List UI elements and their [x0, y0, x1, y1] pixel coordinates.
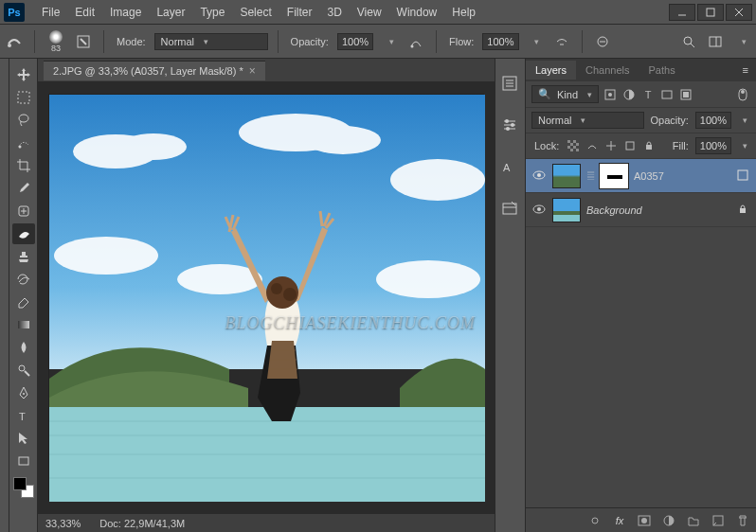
history-panel-icon[interactable] — [500, 74, 521, 95]
quick-selection-tool[interactable] — [12, 133, 35, 153]
filter-toggle-icon[interactable] — [735, 87, 750, 102]
lasso-tool[interactable] — [12, 110, 35, 131]
zoom-level[interactable]: 33,33% — [45, 518, 81, 529]
flow-field[interactable]: 100% — [482, 33, 518, 50]
canvas[interactable]: BLOGCHIASEKIENTHUC.COM — [48, 94, 484, 501]
layer-thumbnail[interactable] — [552, 164, 581, 188]
layer-style-icon[interactable]: fx — [612, 513, 627, 528]
filter-adjustment-icon[interactable] — [621, 87, 637, 102]
filter-type-icon[interactable]: T — [640, 87, 656, 102]
filter-kind-dropdown[interactable]: 🔍Kind — [531, 85, 599, 103]
new-group-icon[interactable] — [686, 513, 701, 528]
tool-preset-icon[interactable] — [4, 31, 25, 52]
pressure-opacity-icon[interactable] — [405, 31, 426, 52]
layer-link-icon[interactable] — [737, 169, 750, 183]
add-mask-icon[interactable] — [637, 513, 652, 528]
svg-text:A: A — [503, 162, 511, 173]
window-minimize-button[interactable] — [669, 4, 695, 21]
search-icon[interactable] — [678, 31, 699, 52]
menu-view[interactable]: View — [350, 6, 389, 19]
fill-dropdown-icon[interactable] — [735, 138, 750, 153]
eyedropper-tool[interactable] — [12, 178, 35, 199]
brush-tool[interactable] — [12, 223, 35, 244]
panel-menu-icon[interactable]: ≡ — [735, 64, 756, 76]
layer-row[interactable]: Background — [526, 193, 756, 227]
menu-3d[interactable]: 3D — [319, 6, 349, 19]
fill-field[interactable]: 100% — [695, 137, 731, 154]
workspace-icon[interactable] — [705, 31, 726, 52]
foreground-color-swatch[interactable] — [13, 477, 27, 490]
opacity-dropdown-icon[interactable] — [379, 31, 400, 52]
filter-smart-icon[interactable] — [678, 87, 693, 102]
menu-file[interactable]: File — [34, 6, 67, 19]
menu-edit[interactable]: Edit — [67, 6, 102, 19]
type-tool[interactable]: T — [12, 405, 35, 426]
layer-opacity-field[interactable]: 100% — [695, 112, 731, 129]
color-swatch[interactable] — [13, 477, 34, 498]
pen-tool[interactable] — [12, 382, 35, 403]
layer-filter-row: 🔍Kind T — [526, 81, 756, 108]
brush-panel-icon[interactable] — [73, 31, 94, 52]
workspace-dropdown-icon[interactable] — [731, 31, 752, 52]
blur-tool[interactable] — [12, 337, 35, 358]
tab-paths[interactable]: Paths — [639, 61, 685, 80]
pressure-size-icon[interactable] — [592, 31, 613, 52]
menu-filter[interactable]: Filter — [279, 6, 320, 19]
layer-opacity-dropdown-icon[interactable] — [735, 113, 750, 128]
history-brush-tool[interactable] — [12, 269, 35, 290]
menu-type[interactable]: Type — [192, 6, 232, 19]
link-layers-icon[interactable] — [587, 513, 603, 528]
window-close-button[interactable] — [726, 4, 752, 21]
opacity-field[interactable]: 100% — [337, 33, 373, 50]
lock-transparency-icon[interactable] — [566, 138, 581, 153]
visibility-toggle-icon[interactable] — [531, 170, 547, 182]
new-layer-icon[interactable] — [711, 513, 726, 528]
layer-thumbnail[interactable] — [552, 198, 581, 222]
menu-window[interactable]: Window — [389, 6, 445, 19]
libraries-panel-icon[interactable] — [500, 199, 521, 220]
blend-mode-dropdown[interactable]: Normal — [154, 33, 268, 50]
layer-row[interactable]: 𝄛 A0357 — [526, 159, 756, 193]
document-tab[interactable]: 2.JPG @ 33,3% (A0357, Layer Mask/8) * × — [44, 61, 265, 80]
doc-size-value: 22,9M/41,3M — [124, 518, 185, 529]
lock-all-icon[interactable] — [641, 138, 657, 153]
tab-channels[interactable]: Channels — [576, 61, 639, 80]
visibility-toggle-icon[interactable] — [531, 204, 547, 216]
layer-blend-dropdown[interactable]: Normal — [531, 112, 644, 129]
filter-pixel-icon[interactable] — [603, 87, 618, 102]
mask-link-icon[interactable]: 𝄛 — [586, 170, 594, 181]
brush-preset-picker[interactable]: 83 — [45, 30, 67, 53]
lock-artboard-icon[interactable] — [622, 138, 638, 153]
adjustment-layer-icon[interactable] — [661, 513, 676, 528]
delete-layer-icon[interactable] — [735, 513, 750, 528]
airbrush-icon[interactable] — [551, 31, 572, 52]
eraser-tool[interactable] — [12, 292, 35, 312]
menu-select[interactable]: Select — [232, 6, 279, 19]
document-area: 2.JPG @ 33,3% (A0357, Layer Mask/8) * × — [38, 59, 495, 532]
properties-panel-icon[interactable] — [500, 115, 521, 136]
flow-dropdown-icon[interactable] — [525, 31, 546, 52]
healing-brush-tool[interactable] — [12, 201, 35, 222]
gradient-tool[interactable] — [12, 314, 35, 335]
crop-tool[interactable] — [12, 155, 35, 176]
tab-layers[interactable]: Layers — [526, 61, 576, 80]
filter-shape-icon[interactable] — [659, 87, 675, 102]
menu-layer[interactable]: Layer — [149, 6, 192, 19]
clone-stamp-tool[interactable] — [12, 246, 35, 267]
layer-mask-thumbnail[interactable] — [600, 164, 628, 188]
layer-name[interactable]: A0357 — [634, 170, 731, 182]
path-selection-tool[interactable] — [12, 428, 35, 449]
move-tool[interactable] — [12, 64, 35, 85]
svg-rect-59 — [626, 142, 634, 150]
character-panel-icon[interactable]: A — [500, 157, 521, 178]
lock-position-icon[interactable] — [603, 138, 619, 153]
marquee-tool[interactable] — [12, 87, 35, 108]
dodge-tool[interactable] — [12, 360, 35, 381]
close-tab-icon[interactable]: × — [249, 64, 256, 78]
lock-pixels-icon[interactable] — [585, 138, 600, 153]
menu-help[interactable]: Help — [444, 6, 483, 19]
layer-name[interactable]: Background — [586, 204, 731, 216]
menu-image[interactable]: Image — [102, 6, 149, 19]
window-maximize-button[interactable] — [697, 4, 724, 21]
rectangle-tool[interactable] — [12, 451, 35, 471]
